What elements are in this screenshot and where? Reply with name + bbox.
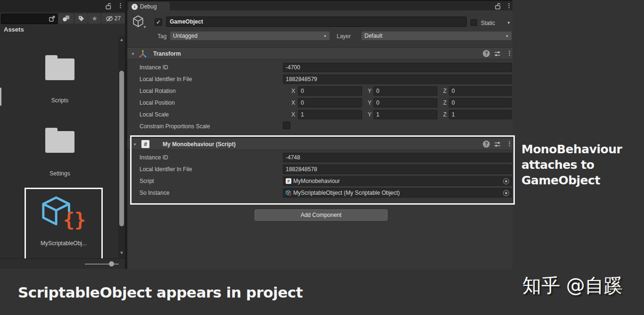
- search-by-type-button[interactable]: [58, 13, 74, 24]
- position-y-field[interactable]: 0: [373, 98, 438, 108]
- rotation-y-field[interactable]: 0: [373, 86, 438, 96]
- info-icon: i: [132, 4, 138, 10]
- tag-label: Tag: [157, 33, 166, 40]
- project-item-settings[interactable]: Settings: [31, 170, 89, 177]
- active-checkbox[interactable]: ✓: [155, 18, 162, 26]
- scale-y-field[interactable]: 1: [373, 110, 438, 119]
- watermark: 知乎 @自蹊: [522, 273, 623, 298]
- tab-label: Debug: [140, 3, 157, 10]
- annotation-line: MonoBehaviour: [521, 141, 643, 157]
- scale-x-field[interactable]: 1: [298, 110, 362, 119]
- annotation-bottom: ScriptableObject appears in project: [18, 284, 303, 301]
- inspector-panel: i Debug ⋮ ▼ ✓ GameObject Static ▼ Tag Un…: [127, 0, 512, 269]
- shapes-filter-icon: [62, 15, 70, 22]
- favorites-button[interactable]: ★: [88, 13, 101, 24]
- chevron-down-icon[interactable]: ▼: [143, 25, 147, 29]
- star-icon: ★: [91, 15, 98, 22]
- tag-dropdown[interactable]: Untagged ▼: [170, 31, 330, 41]
- constrain-proportions-checkbox[interactable]: [283, 122, 290, 129]
- field-label: Constrain Proportions Scale: [140, 122, 210, 131]
- screenshot-canvas: ⋮ ★ 27 Assets Scripts Settings: [0, 0, 644, 315]
- project-bottom-bar: [0, 258, 125, 269]
- static-checkbox[interactable]: [471, 19, 477, 26]
- field-value: 1: [301, 111, 304, 118]
- transform-component-header[interactable]: ▼ Transform ? ⋮: [127, 47, 512, 59]
- presets-icon[interactable]: [494, 50, 501, 59]
- kebab-menu-icon[interactable]: ⋮: [506, 2, 512, 9]
- check-icon: ✓: [156, 19, 161, 25]
- annotation-line: GameObject: [521, 173, 643, 188]
- field-label: Local Position: [140, 98, 175, 108]
- field-value: 0: [301, 99, 304, 106]
- axis-x-label: X: [291, 110, 295, 119]
- field-value: 1: [452, 111, 455, 118]
- axis-x-label: X: [291, 86, 295, 96]
- field-value: 0: [452, 99, 455, 106]
- kebab-menu-icon[interactable]: ⋮: [506, 50, 512, 57]
- layer-label: Layer: [337, 33, 351, 40]
- tab-debug[interactable]: i Debug: [128, 2, 170, 11]
- layer-dropdown[interactable]: Default ▼: [361, 31, 512, 41]
- picker-icon[interactable]: [49, 15, 56, 24]
- unlock-icon[interactable]: [494, 2, 502, 12]
- scroll-down-icon[interactable]: ▼: [119, 250, 124, 255]
- field-label: Local Scale: [140, 110, 169, 119]
- local-identifier-field[interactable]: 1882848579: [283, 75, 512, 84]
- position-z-field[interactable]: 0: [449, 98, 512, 108]
- scale-z-field[interactable]: 1: [449, 110, 512, 119]
- zoom-slider-knob[interactable]: [109, 261, 114, 266]
- field-value: 0: [376, 99, 380, 106]
- field-value: 0: [301, 88, 304, 94]
- field-value: 0: [376, 88, 380, 94]
- add-component-label: Add Component: [301, 212, 342, 218]
- tag-value: Untagged: [173, 33, 198, 39]
- gameobject-name-field[interactable]: GameObject: [166, 17, 467, 27]
- label-filter-icon: [78, 15, 84, 22]
- unlock-icon[interactable]: [105, 2, 112, 12]
- field-label: Local Rotation: [140, 86, 176, 96]
- annotation-box-monobehaviour: [130, 135, 515, 205]
- static-dropdown-arrow[interactable]: ▼: [507, 21, 511, 25]
- axis-z-label: Z: [443, 98, 446, 108]
- add-component-button[interactable]: Add Component: [255, 209, 388, 221]
- chevron-down-icon: ▼: [323, 34, 327, 38]
- axis-y-label: Y: [368, 98, 372, 108]
- instance-id-field[interactable]: -4700: [283, 63, 512, 72]
- window-edge-decoration: [0, 88, 1, 106]
- folder-icon: [45, 58, 74, 80]
- braces-icon: {}: [63, 210, 86, 229]
- rotation-x-field[interactable]: 0: [298, 86, 362, 96]
- transform-axes-icon: [139, 50, 147, 60]
- project-item-scriptableobject[interactable]: {}: [41, 195, 88, 239]
- assets-header: Assets: [4, 26, 24, 33]
- search-by-label-button[interactable]: [74, 13, 88, 24]
- position-x-field[interactable]: 0: [298, 98, 362, 108]
- axis-y-label: Y: [368, 86, 372, 96]
- folder-icon: [45, 131, 74, 153]
- eye-slash-icon: [106, 16, 114, 22]
- project-item-scripts[interactable]: Scripts: [31, 97, 89, 104]
- axis-y-label: Y: [368, 110, 372, 119]
- layer-value: Default: [364, 33, 382, 39]
- field-value: -4700: [286, 64, 300, 71]
- axis-z-label: Z: [443, 110, 446, 119]
- field-label: Local Identfier In File: [140, 75, 192, 84]
- transform-title: Transform: [153, 50, 181, 57]
- project-panel: ⋮ ★ 27 Assets Scripts Settings: [0, 0, 125, 269]
- project-panel-titlebar: ⋮: [0, 0, 125, 12]
- gameobject-name: GameObject: [170, 18, 203, 25]
- axis-z-label: Z: [443, 86, 446, 96]
- chevron-down-icon: ▼: [505, 34, 509, 38]
- foldout-icon[interactable]: ▼: [131, 52, 135, 56]
- scroll-up-icon[interactable]: ▲: [119, 37, 124, 42]
- kebab-menu-icon[interactable]: ⋮: [117, 2, 124, 9]
- field-value: 1882848579: [286, 76, 317, 83]
- inspector-tabstrip: i Debug ⋮: [127, 0, 512, 10]
- rotation-z-field[interactable]: 0: [449, 86, 512, 96]
- hidden-objects-toggle[interactable]: 27: [101, 13, 125, 24]
- scrollbar-thumb[interactable]: [119, 71, 124, 226]
- static-label: Static: [481, 20, 495, 26]
- axis-x-label: X: [291, 98, 295, 108]
- help-icon[interactable]: ?: [483, 50, 490, 57]
- search-input[interactable]: [1, 14, 58, 24]
